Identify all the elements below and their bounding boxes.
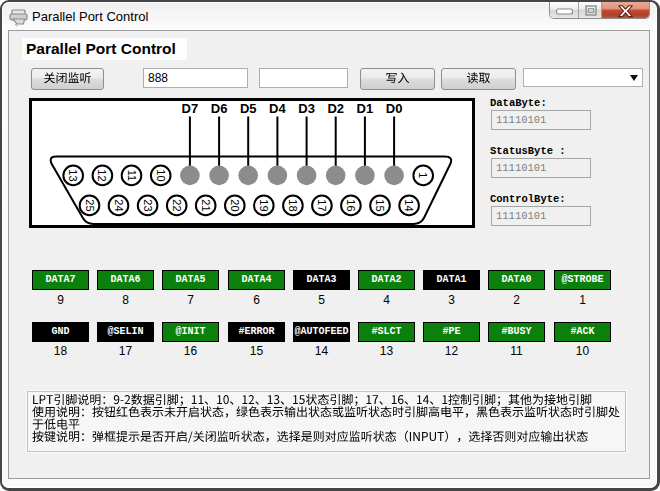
svg-text:25: 25 [84,199,96,211]
svg-text:16: 16 [345,199,357,211]
svg-text:D3: D3 [298,101,315,116]
svg-text:20: 20 [229,199,241,211]
svg-text:D5: D5 [240,101,257,116]
svg-text:D1: D1 [357,101,374,116]
svg-text:13: 13 [67,169,79,181]
svg-text:21: 21 [200,199,212,211]
svg-text:17: 17 [316,199,328,211]
svg-text:D6: D6 [211,101,228,116]
svg-text:1: 1 [417,172,429,178]
svg-text:14: 14 [403,199,415,211]
svg-text:D7: D7 [182,101,199,116]
svg-text:11: 11 [126,170,138,181]
svg-text:D2: D2 [327,101,344,116]
svg-text:19: 19 [258,199,270,211]
svg-text:23: 23 [142,199,154,211]
svg-text:D0: D0 [386,101,403,116]
svg-text:22: 22 [171,199,183,211]
svg-text:D4: D4 [269,101,286,116]
svg-text:24: 24 [113,199,125,211]
svg-text:18: 18 [287,199,299,211]
svg-text:15: 15 [374,199,386,211]
svg-text:12: 12 [96,169,108,181]
svg-text:10: 10 [155,169,167,181]
